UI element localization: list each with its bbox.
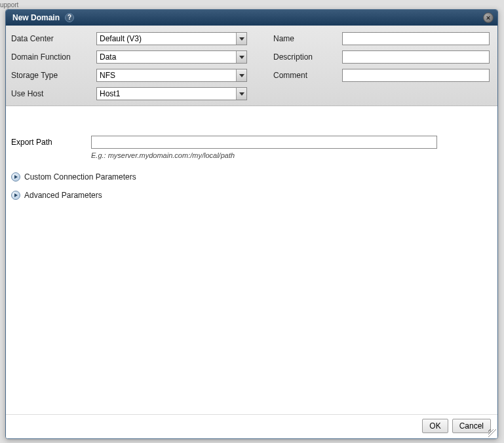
- chevron-right-icon: [11, 191, 20, 200]
- use-host-value: Host1: [97, 89, 236, 98]
- description-input[interactable]: [342, 50, 490, 64]
- name-input[interactable]: [342, 32, 490, 45]
- ok-button[interactable]: OK: [422, 419, 448, 433]
- data-center-label: Data Center: [11, 34, 96, 43]
- export-path-input[interactable]: [91, 136, 437, 149]
- comment-label: Comment: [273, 71, 342, 80]
- chevron-down-icon: [236, 88, 246, 100]
- help-icon[interactable]: ?: [65, 13, 74, 22]
- data-center-select[interactable]: Default (V3): [96, 32, 247, 45]
- domain-function-label: Domain Function: [11, 52, 96, 62]
- cancel-button[interactable]: Cancel: [452, 419, 491, 433]
- chevron-down-icon: [236, 69, 246, 81]
- storage-type-value: NFS: [97, 71, 236, 80]
- chevron-down-icon: [236, 33, 246, 45]
- chevron-down-icon: [236, 51, 246, 63]
- comment-input[interactable]: [342, 69, 490, 82]
- new-domain-dialog: New Domain ? × Data Center Default (V3) …: [5, 9, 498, 439]
- storage-type-label: Storage Type: [11, 71, 96, 80]
- dialog-footer: OK Cancel: [6, 414, 497, 438]
- name-label: Name: [273, 34, 342, 43]
- form-header: Data Center Default (V3) Name Domain Fun…: [6, 26, 497, 106]
- domain-function-select[interactable]: Data: [96, 50, 247, 64]
- dialog-title: New Domain: [12, 13, 60, 22]
- use-host-label: Use Host: [11, 89, 96, 98]
- custom-connection-parameters-label: Custom Connection Parameters: [24, 172, 136, 182]
- domain-function-value: Data: [97, 52, 236, 62]
- export-path-label: Export Path: [11, 138, 91, 147]
- chevron-right-icon: [11, 172, 20, 182]
- dialog-body: Export Path E.g.: myserver.mydomain.com:…: [6, 106, 497, 205]
- advanced-parameters-toggle[interactable]: Advanced Parameters: [11, 191, 492, 200]
- resize-grip-icon[interactable]: [488, 429, 496, 437]
- description-label: Description: [273, 52, 342, 62]
- close-icon[interactable]: ×: [483, 12, 494, 23]
- use-host-select[interactable]: Host1: [96, 87, 247, 100]
- background-fragment: upport: [0, 1, 18, 9]
- data-center-value: Default (V3): [97, 34, 236, 43]
- custom-connection-parameters-toggle[interactable]: Custom Connection Parameters: [11, 172, 492, 182]
- dialog-title-bar: New Domain ? ×: [6, 10, 497, 26]
- storage-type-select[interactable]: NFS: [96, 69, 247, 82]
- export-path-hint: E.g.: myserver.mydomain.com:/my/local/pa…: [91, 151, 492, 159]
- advanced-parameters-label: Advanced Parameters: [24, 191, 102, 200]
